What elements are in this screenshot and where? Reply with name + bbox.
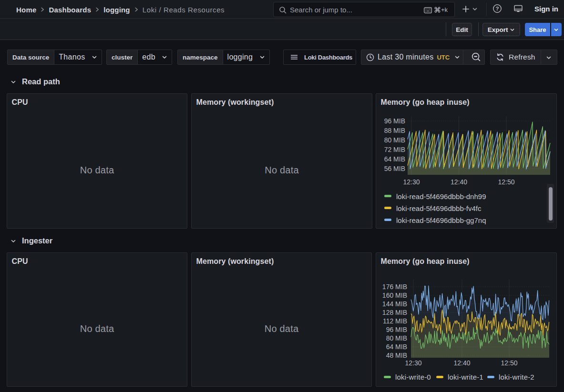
svg-text:48 MIB: 48 MIB — [386, 352, 407, 359]
svg-text:?: ? — [495, 6, 499, 11]
svg-text:80 MIB: 80 MIB — [384, 136, 405, 144]
svg-text:112 MIB: 112 MIB — [383, 317, 407, 325]
svg-text:12:30: 12:30 — [403, 178, 420, 186]
svg-text:176 MIB: 176 MIB — [382, 283, 407, 291]
svg-text:80 MIB: 80 MIB — [386, 334, 407, 342]
svg-text:12:30: 12:30 — [405, 359, 421, 367]
svg-text:12:40: 12:40 — [453, 359, 470, 367]
svg-text:12:50: 12:50 — [498, 178, 514, 186]
svg-text:144 MIB: 144 MIB — [382, 300, 407, 308]
svg-text:12:50: 12:50 — [501, 359, 517, 367]
svg-text:72 MIB: 72 MIB — [384, 146, 405, 153]
svg-text:64 MIB: 64 MIB — [386, 343, 407, 351]
svg-text:88 MIB: 88 MIB — [384, 127, 405, 134]
svg-text:160 MIB: 160 MIB — [382, 291, 407, 299]
svg-text:96 MIB: 96 MIB — [384, 117, 405, 125]
svg-text:56 MIB: 56 MIB — [384, 165, 405, 172]
svg-text:12:40: 12:40 — [451, 178, 467, 186]
svg-text:96 MIB: 96 MIB — [386, 326, 407, 333]
svg-text:128 MIB: 128 MIB — [382, 309, 407, 316]
svg-text:64 MIB: 64 MIB — [384, 155, 405, 163]
